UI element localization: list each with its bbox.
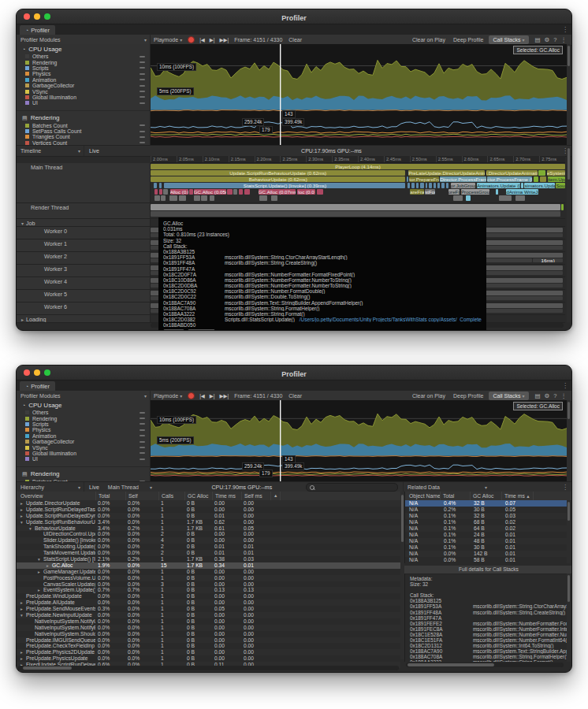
timeline-sample[interactable] xyxy=(227,189,232,195)
timeline-sample[interactable] xyxy=(154,183,157,188)
search-input[interactable] xyxy=(306,483,398,492)
hierarchy-row[interactable]: NativeInputSystem.NotifyB0.0%0.0%10 B0.0… xyxy=(17,625,400,631)
timeline-sample[interactable]: ctor.ProcessFrame (0.07 xyxy=(487,176,532,182)
legend-item[interactable]: Batches Count xyxy=(17,123,150,128)
hierarchy-row[interactable]: ▸Update.ScriptRunDelayedTas0.0%0.0%10 B0… xyxy=(17,507,400,513)
track-label-worker-0[interactable]: Worker 0 xyxy=(17,227,151,239)
hierarchy-row[interactable]: PostProcessVolume.Upd0.0%0.0%10 B0.000.0… xyxy=(17,575,400,581)
row-expander-icon[interactable]: ▾ xyxy=(20,520,26,525)
timeline-sample[interactable] xyxy=(426,183,428,188)
callstack-vertical-scrollbar[interactable] xyxy=(567,574,571,662)
legend-toggle[interactable] xyxy=(140,136,145,138)
track-label-worker-6[interactable]: Worker 6 xyxy=(17,303,151,314)
related-data-row[interactable]: N/A0.1%30 B0.01 xyxy=(405,544,570,551)
legend-item[interactable]: Triangles Count xyxy=(17,134,150,139)
timeline-sample[interactable] xyxy=(408,183,410,188)
legend-toggle[interactable] xyxy=(140,441,145,443)
frame-source-link[interactable]: /Users/jo.petty/Documents/Unity Projects… xyxy=(300,317,482,322)
track-label-worker-2[interactable]: Worker 2 xyxy=(17,252,151,264)
legend-toggle[interactable] xyxy=(140,56,145,58)
track-label-worker-3[interactable]: Worker 3 xyxy=(17,265,151,277)
legend-item[interactable]: Animation xyxy=(17,77,150,83)
legend-item[interactable]: UI xyxy=(17,456,150,462)
save-icon[interactable]: ▤ xyxy=(535,392,541,399)
timeline-vertical-scrollbar[interactable] xyxy=(567,147,571,322)
legend-item[interactable]: UI xyxy=(17,100,150,106)
track-expander-icon[interactable]: ▾ xyxy=(21,221,24,226)
timeline-sample[interactable]: Update.ScriptRunBehaviourUpdate (0.62ms) xyxy=(151,170,405,176)
legend-toggle[interactable] xyxy=(140,131,145,132)
track-label-worker-5[interactable]: Worker 5 xyxy=(17,290,151,302)
hierarchy-row[interactable]: ▸PreUpdate.AIUpdate0.0%0.0%10 B0.000.00 xyxy=(17,599,400,606)
row-expander-icon[interactable]: ▾ xyxy=(29,526,35,532)
current-frame-button[interactable]: ▶▶| xyxy=(218,393,232,399)
gear-icon[interactable]: ⚙ xyxy=(545,392,550,399)
row-expander-icon[interactable]: ▸ xyxy=(20,501,26,507)
legend-item[interactable]: Scripts xyxy=(17,65,150,71)
timeline-sample[interactable]: Director.ProcessFrame (0.10ms) xyxy=(440,176,486,182)
cpu-usage-chart[interactable]: 10ms (100FPS) 5ms (200FPS) xyxy=(151,400,567,460)
timeline-sample[interactable] xyxy=(210,195,214,201)
row-expander-icon[interactable]: ▸ xyxy=(20,607,26,612)
related-data-row[interactable]: N/A0.4%32 B0.07 xyxy=(405,500,570,507)
column-header[interactable]: Time ms xyxy=(212,492,241,500)
track-label-main-thread[interactable]: Main Thread xyxy=(17,163,151,202)
related-data-row[interactable]: N/A0.1%64 B0.02 xyxy=(405,525,570,532)
column-header[interactable]: GC Alloc xyxy=(470,492,501,500)
hierarchy-row[interactable]: PreUpdate.IMGUISendQueue0.0%0.0%10 B0.00… xyxy=(17,637,400,644)
timeline-sample[interactable] xyxy=(194,195,200,201)
selected-sample-badge[interactable]: Selected: GC.Alloc xyxy=(513,46,563,54)
hierarchy-row[interactable]: PreUpdate.CheckTexFieldInp0.0%0.0%10 B0.… xyxy=(17,643,400,649)
live-toggle[interactable]: Live xyxy=(84,484,104,490)
column-header[interactable]: Self ms xyxy=(241,492,270,500)
hierarchy-row[interactable]: CanvasScaler.Update() [0.0%0.0%30 B0.000… xyxy=(17,581,400,588)
related-data-row[interactable]: N/A0.1%32 B0.03 xyxy=(405,513,570,519)
legend-toggle[interactable] xyxy=(140,67,145,69)
timeline-sample[interactable] xyxy=(189,189,192,195)
timeline-sample[interactable] xyxy=(411,183,415,188)
legend-toggle[interactable] xyxy=(140,91,145,92)
hierarchy-row[interactable]: NativeInputSystem.NotifyU0.0%0.0%10 B0.0… xyxy=(17,618,400,625)
hierarchy-row[interactable]: TankMovement.Update(0.0%0.0%20 B0.010.01 xyxy=(17,550,400,556)
related-data-row[interactable]: N/A0.1%24 B0.01 xyxy=(405,532,570,538)
timeline-sample[interactable] xyxy=(515,195,526,201)
legend-toggle[interactable] xyxy=(140,435,145,436)
timeline-sample[interactable] xyxy=(561,204,564,210)
titlebar[interactable]: Profiler xyxy=(17,366,571,380)
prev-frame-button[interactable]: |◀ xyxy=(197,37,207,43)
save-icon[interactable]: ▤ xyxy=(535,36,541,43)
timeline-sample[interactable] xyxy=(441,183,445,188)
timeline-sample[interactable] xyxy=(407,176,408,182)
next-frame-button[interactable]: ▶| xyxy=(207,37,218,43)
legend-toggle[interactable] xyxy=(140,458,145,460)
current-frame-button[interactable]: ▶▶| xyxy=(218,37,232,43)
timeline-sample[interactable] xyxy=(521,183,523,188)
timeline-sample[interactable]: Animators.Update (0.10ms) xyxy=(477,183,520,188)
timeline-sample[interactable]: or.JobGroupID (0.( xyxy=(451,183,476,188)
timeline-sample[interactable] xyxy=(201,195,207,201)
column-header[interactable]: Total xyxy=(95,492,125,500)
legend-item[interactable]: Rendering xyxy=(17,59,150,65)
timeline-sample[interactable]: GC.Alloc (0.05ms) xyxy=(194,189,226,195)
row-expander-icon[interactable]: ▸ xyxy=(38,588,43,593)
row-expander-icon[interactable]: ▸ xyxy=(47,563,52,569)
tab-profiler[interactable]: ◔ Profiler xyxy=(20,381,55,391)
hierarchy-row[interactable]: ▸PreUpdate.SendMouseEvents0.3%0.0%10 B0.… xyxy=(17,606,400,612)
timeline-sample[interactable] xyxy=(437,183,440,188)
timeline-sample[interactable] xyxy=(416,183,419,188)
row-expander-icon[interactable]: ▾ xyxy=(20,613,26,618)
cpu-usage-module-header[interactable]: ◔ CPU Usage xyxy=(17,400,150,410)
timeline-sample[interactable]: loc (0.0 xyxy=(297,189,315,195)
timeline-sample[interactable] xyxy=(244,189,250,195)
row-expander-icon[interactable]: ▸ xyxy=(20,650,26,655)
timeline-sample[interactable] xyxy=(538,170,545,176)
rendering-module-header[interactable]: ▤ Rendering xyxy=(17,470,150,479)
rendering-chart[interactable]: 143 259.24k 399.49k 179 xyxy=(151,115,567,145)
prev-frame-button[interactable]: |◀ xyxy=(197,393,207,399)
track-expander-icon[interactable]: ▸ xyxy=(21,317,24,322)
timeline-sample[interactable]: BehaviourUpdate (0.62ms) xyxy=(151,176,405,182)
live-toggle[interactable]: Live xyxy=(84,148,104,154)
timeline-sample[interactable]: ProcessGroupJot xyxy=(461,189,489,195)
row-expander-icon[interactable]: ▸ xyxy=(20,656,26,662)
timeline-sample[interactable] xyxy=(163,189,167,195)
